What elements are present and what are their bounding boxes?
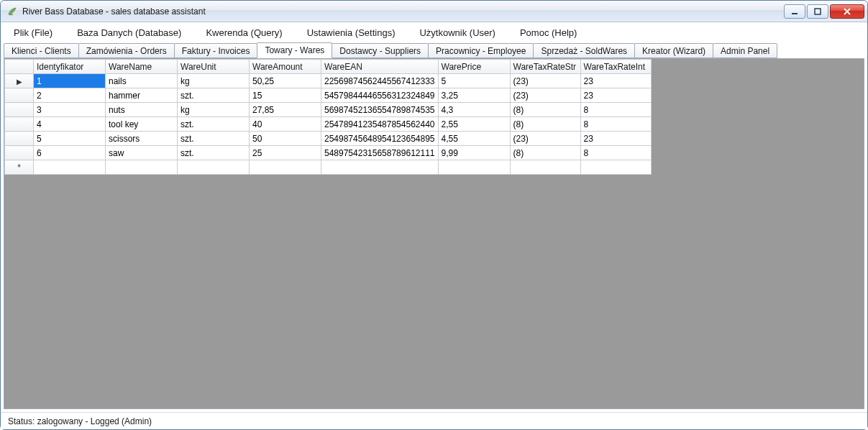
cell[interactable]: 56987452136554789874535 xyxy=(321,103,439,117)
new-row[interactable]: * xyxy=(5,160,652,175)
minimize-button[interactable] xyxy=(784,4,805,19)
menu-user[interactable]: Użytkownik (User) xyxy=(414,24,501,41)
cell[interactable]: 50,25 xyxy=(250,74,321,88)
col-warename[interactable]: WareName xyxy=(106,60,178,74)
tab-soldwares[interactable]: Sprzedaż - SoldWares xyxy=(533,43,635,58)
cell[interactable]: szt. xyxy=(178,88,250,103)
cell[interactable]: scissors xyxy=(106,132,178,146)
cell[interactable]: 54579844446556312324849 xyxy=(321,88,439,103)
cell[interactable]: szt. xyxy=(178,117,250,132)
content-panel: Identyfikator WareName WareUnit WareAmou… xyxy=(4,58,864,409)
cell[interactable]: 9,99 xyxy=(438,146,510,160)
row-header[interactable]: ▶ xyxy=(5,74,34,88)
cell[interactable]: 2 xyxy=(34,88,106,103)
cell[interactable]: 27,85 xyxy=(250,103,321,117)
row-header[interactable] xyxy=(5,146,34,160)
tab-admin[interactable]: Admin Panel xyxy=(713,43,777,58)
cell[interactable]: 4,55 xyxy=(438,132,510,146)
cell[interactable]: 3 xyxy=(34,103,106,117)
cell[interactable] xyxy=(510,160,580,175)
grid-corner[interactable] xyxy=(5,60,34,74)
cell[interactable] xyxy=(438,160,510,175)
wares-datagrid[interactable]: Identyfikator WareName WareUnit WareAmou… xyxy=(4,59,652,175)
menu-query[interactable]: Kwerenda (Query) xyxy=(200,24,288,41)
cell[interactable]: 22569874562445567412333 xyxy=(321,74,439,88)
col-wareamount[interactable]: WareAmount xyxy=(250,60,321,74)
cell[interactable]: 25 xyxy=(250,146,321,160)
cell[interactable]: saw xyxy=(106,146,178,160)
cell[interactable]: 1 xyxy=(34,74,106,88)
col-waretaxrateint[interactable]: WareTaxRateInt xyxy=(580,60,651,74)
cell[interactable]: 15 xyxy=(250,88,321,103)
cell[interactable]: szt. xyxy=(178,132,250,146)
close-button[interactable] xyxy=(830,4,864,19)
cell[interactable]: 23 xyxy=(580,88,651,103)
tab-invoices[interactable]: Faktury - Invoices xyxy=(174,43,258,58)
cell[interactable]: 23 xyxy=(580,74,651,88)
menu-settings[interactable]: Ustawienia (Settings) xyxy=(301,24,401,41)
cell[interactable]: 5 xyxy=(438,74,510,88)
cell[interactable]: 4,3 xyxy=(438,103,510,117)
cell[interactable]: 8 xyxy=(580,117,651,132)
cell[interactable]: tool key xyxy=(106,117,178,132)
row-header[interactable]: * xyxy=(5,160,34,175)
tab-employee[interactable]: Pracownicy - Employee xyxy=(428,43,534,58)
table-row[interactable]: 2hammerszt.15545798444465563123248493,25… xyxy=(5,88,652,103)
cell[interactable]: szt. xyxy=(178,146,250,160)
col-wareprice[interactable]: WarePrice xyxy=(438,60,510,74)
cell[interactable]: nuts xyxy=(106,103,178,117)
cell[interactable] xyxy=(178,160,250,175)
app-icon xyxy=(6,6,18,17)
col-waretaxratestr[interactable]: WareTaxRateStr xyxy=(510,60,580,74)
cell[interactable] xyxy=(106,160,178,175)
cell[interactable]: (23) xyxy=(510,74,580,88)
cell[interactable]: (8) xyxy=(510,117,580,132)
cell[interactable]: 3,25 xyxy=(438,88,510,103)
maximize-button[interactable] xyxy=(807,4,828,19)
cell[interactable]: 25478941235487854562440 xyxy=(321,117,439,132)
cell[interactable]: 5 xyxy=(34,132,106,146)
cell[interactable]: 23 xyxy=(580,132,651,146)
cell[interactable]: 4 xyxy=(34,117,106,132)
cell[interactable]: kg xyxy=(178,74,250,88)
menu-file[interactable]: Plik (File) xyxy=(8,24,58,41)
cell[interactable]: (23) xyxy=(510,132,580,146)
cell[interactable]: 40 xyxy=(250,117,321,132)
cell[interactable]: kg xyxy=(178,103,250,117)
tab-wares[interactable]: Towary - Wares xyxy=(257,42,332,58)
table-row[interactable]: 4tool keyszt.40254789412354878545624402,… xyxy=(5,117,652,132)
cell[interactable] xyxy=(34,160,106,175)
cell[interactable]: 8 xyxy=(580,103,651,117)
cell[interactable]: 54897542315658789612111 xyxy=(321,146,439,160)
row-header[interactable] xyxy=(5,132,34,146)
tab-wizard[interactable]: Kreator (Wizard) xyxy=(634,43,713,58)
cell[interactable]: nails xyxy=(106,74,178,88)
cell[interactable]: 2,55 xyxy=(438,117,510,132)
tab-orders[interactable]: Zamówienia - Orders xyxy=(78,43,175,58)
cell[interactable]: 50 xyxy=(250,132,321,146)
cell[interactable]: 25498745648954123654895 xyxy=(321,132,439,146)
cell[interactable]: (8) xyxy=(510,146,580,160)
cell[interactable] xyxy=(580,160,651,175)
table-row[interactable]: 5scissorsszt.50254987456489541236548954,… xyxy=(5,132,652,146)
menu-database[interactable]: Baza Danych (Database) xyxy=(71,24,187,41)
table-row[interactable]: 3nutskg27,85569874521365547898745354,3(8… xyxy=(5,103,652,117)
table-row[interactable]: 6sawszt.25548975423156587896121119,99(8)… xyxy=(5,146,652,160)
table-row[interactable]: ▶1nailskg50,25225698745624455674123335(2… xyxy=(5,74,652,88)
cell[interactable] xyxy=(250,160,321,175)
menu-help[interactable]: Pomoc (Help) xyxy=(514,24,583,41)
cell[interactable]: 6 xyxy=(34,146,106,160)
cell[interactable]: 8 xyxy=(580,146,651,160)
row-header[interactable] xyxy=(5,117,34,132)
col-wareean[interactable]: WareEAN xyxy=(321,60,439,74)
cell[interactable] xyxy=(321,160,439,175)
cell[interactable]: (8) xyxy=(510,103,580,117)
cell[interactable]: hammer xyxy=(106,88,178,103)
row-header[interactable] xyxy=(5,88,34,103)
tab-clients[interactable]: Klienci - Clients xyxy=(4,43,79,58)
col-identyfikator[interactable]: Identyfikator xyxy=(34,60,106,74)
row-header[interactable] xyxy=(5,103,34,117)
col-wareunit[interactable]: WareUnit xyxy=(178,60,250,74)
tab-suppliers[interactable]: Dostawcy - Suppliers xyxy=(332,43,429,58)
cell[interactable]: (23) xyxy=(510,88,580,103)
